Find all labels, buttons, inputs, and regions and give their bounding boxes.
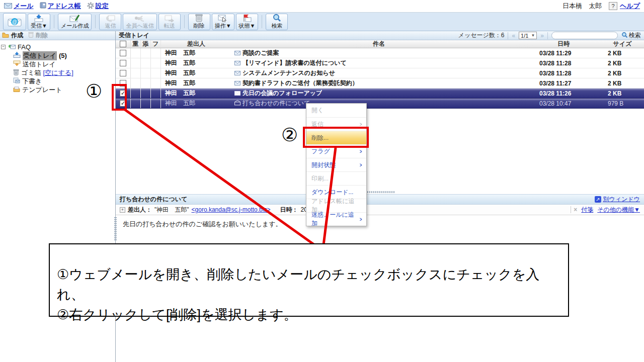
column-size[interactable]: サイズ <box>601 40 644 48</box>
compose-button[interactable]: メール作成 <box>58 14 92 30</box>
sidebar-item-outbox[interactable]: 送信トレイ <box>1 60 114 68</box>
flag-cell <box>151 99 161 108</box>
faq-account-icon <box>8 43 16 51</box>
attachment-cell <box>141 48 151 58</box>
context-menu-item-delete[interactable]: 削除... <box>306 131 366 144</box>
from-name: "神田 五郎" <box>154 206 189 214</box>
help-icon[interactable]: ? <box>609 2 617 10</box>
nav-settings-link[interactable]: 設定 <box>87 2 109 11</box>
close-icon[interactable]: × <box>571 206 577 213</box>
search-button[interactable]: 検索 <box>266 14 288 30</box>
unread-count: (5) <box>59 52 67 59</box>
menu-item-label: 開封状態 <box>311 161 336 169</box>
mail-list-row[interactable]: 神田 五郎 契約書ドラフトのご送付（業務委託契約） 03/28 11:27 2 … <box>116 78 644 88</box>
sender-cell: 神田 五郎 <box>161 99 231 108</box>
sidebar-item-inbox[interactable]: 受信トレイ (5) <box>1 51 114 60</box>
row-checkbox[interactable]: ✓ <box>120 90 126 97</box>
submenu-arrow-icon: > <box>360 121 362 127</box>
column-subject[interactable]: 件名 <box>231 40 526 48</box>
trash-icon <box>28 32 34 39</box>
empty-trash-link[interactable]: [空にする] <box>43 68 73 77</box>
context-menu-item-download[interactable]: ダウンロード... <box>306 185 366 199</box>
subject-cell[interactable]: 契約書ドラフトのご送付（業務委託契約） <box>231 78 526 88</box>
nav-mail-link[interactable]: メール <box>4 2 34 11</box>
context-menu-item-read-status[interactable]: 開封状態> <box>306 158 366 171</box>
size-cell: 979 B <box>601 99 644 108</box>
nav-address-book-link[interactable]: アドレス帳 <box>40 2 81 11</box>
column-important[interactable]: 重 <box>131 40 141 48</box>
date-cell: 03/28 11:27 <box>526 78 601 88</box>
date-cell: 03/28 11:29 <box>526 48 601 58</box>
list-search-button[interactable]: 検索 <box>621 31 641 40</box>
column-attachment[interactable]: 添 <box>141 40 151 48</box>
context-menu-item-add-to-spam[interactable]: 迷惑メールに追加> <box>306 212 366 226</box>
tree-collapse-icon[interactable]: − <box>1 45 6 49</box>
search-input[interactable] <box>551 32 618 39</box>
horizontal-splitter[interactable] <box>116 190 644 194</box>
mail-list-row[interactable]: ✓ 神田 五郎 打ち合わせの件について 03/28 10:47 979 B <box>116 99 644 109</box>
column-date[interactable]: 日時 <box>526 40 601 48</box>
subject-cell[interactable]: システムメンテナンスのお知らせ <box>231 68 526 78</box>
expand-headers-icon[interactable]: + <box>120 207 125 213</box>
menu-item-label: フラグ <box>311 147 330 156</box>
sender-cell: 神田 五郎 <box>161 78 231 88</box>
row-checkbox[interactable]: ✓ <box>120 100 126 107</box>
menu-item-label: 開く <box>311 106 324 115</box>
mail-list-row[interactable]: ✓ 神田 五郎 先日の会議のフォローアップ 03/28 11:26 2 KB <box>116 88 644 99</box>
sticky-note-link[interactable]: 付箋 <box>581 206 593 214</box>
context-menu-item-add-to-address-book: アドレス帳に追加... <box>306 199 366 212</box>
subject-cell[interactable]: 打ち合わせの件について <box>231 99 526 108</box>
flag-cell <box>151 78 161 88</box>
mail-list-row[interactable]: 神田 五郎 【リマインド】請求書の送付について 03/28 11:28 2 KB <box>116 58 644 68</box>
sender-cell: 神田 五郎 <box>161 88 231 98</box>
more-functions-menu[interactable]: その他の機能▼ <box>597 206 640 214</box>
pager-prev-button[interactable]: « <box>512 32 515 39</box>
mail-list-row[interactable]: 神田 五郎 商談のご提案 03/28 11:29 2 KB <box>116 48 644 58</box>
receive-button[interactable]: 受信▼ <box>28 14 50 30</box>
select-all-checkbox[interactable] <box>120 41 126 47</box>
search-icon <box>621 32 628 40</box>
operations-button[interactable]: 操作▼ <box>212 14 234 30</box>
envelope-icon <box>234 50 240 57</box>
sidebar-item-templates[interactable]: テンプレート <box>1 85 114 94</box>
toolbar-separator <box>54 15 54 28</box>
status-button[interactable]: 状態▼ <box>236 14 259 30</box>
page-select[interactable]: 1/1 ▼ <box>519 32 537 39</box>
folder-create-button[interactable]: 作成 <box>2 31 23 40</box>
preview-subject-bar: 打ち合わせの件について ↗ 別ウィンドウ <box>116 194 644 205</box>
date-cell: 03/28 11:28 <box>526 58 601 68</box>
subject-cell[interactable]: 【リマインド】請求書の送付について <box>231 58 526 68</box>
sidebar-item-drafts[interactable]: 下書き <box>1 77 114 85</box>
from-email-link[interactable]: <goro.kanda@sc.j-motto.biz> <box>192 206 271 213</box>
row-checkbox[interactable] <box>120 70 126 76</box>
top-header: メール アドレス帳 設定 日本橋 太郎 ? ヘルプ <box>0 0 644 13</box>
sidebar-item-trash[interactable]: ゴミ箱 [空にする] <box>1 68 114 77</box>
draft-icon <box>13 77 20 85</box>
row-checkbox[interactable] <box>120 50 126 56</box>
attachment-cell <box>141 68 151 78</box>
inbox-icon <box>13 52 21 59</box>
folder-root-faq[interactable]: − FAQ <box>1 43 114 51</box>
column-sender[interactable]: 差出人 <box>161 40 231 48</box>
subject-cell[interactable]: 商談のご提案 <box>231 48 526 58</box>
row-checkbox[interactable] <box>120 60 126 66</box>
pager-next-button[interactable]: » <box>540 32 544 39</box>
mail-list-row[interactable]: 神田 五郎 システムメンテナンスのお知らせ 03/28 11:28 2 KB <box>116 68 644 78</box>
help-link[interactable]: ヘルプ <box>620 2 640 11</box>
size-cell: 2 KB <box>601 58 644 68</box>
context-menu-item-flag[interactable]: フラグ> <box>306 144 366 158</box>
reply-all-button: 全員へ返信 <box>123 14 156 30</box>
message-count: メッセージ数：6 <box>458 31 505 40</box>
attachment-cell <box>141 99 151 108</box>
row-checkbox[interactable] <box>120 80 126 86</box>
webmail-at-envelope-icon: @ <box>8 18 22 26</box>
flag-icon <box>243 14 252 22</box>
delete-button[interactable]: 削除 <box>188 14 210 30</box>
subject-cell[interactable]: 先日の会議のフォローアップ <box>231 88 526 98</box>
folder-icon <box>2 32 9 39</box>
vertical-splitter-grip[interactable] <box>114 217 117 241</box>
webmail-logo-button[interactable]: @ <box>3 13 26 30</box>
column-flag[interactable]: フ <box>151 40 161 48</box>
mail-toolbar: @ 受信▼ メール作成 返信 全員へ返信 転送 削除 操作▼ 状態▼ 検索 <box>0 13 644 31</box>
open-in-new-window-link[interactable]: ↗ 別ウィンドウ <box>595 195 640 204</box>
